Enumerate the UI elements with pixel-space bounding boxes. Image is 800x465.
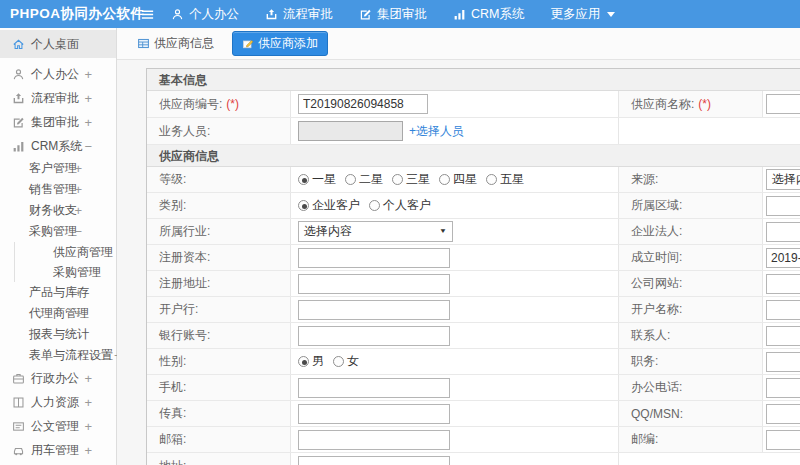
radio-option-五星[interactable]: 五星 [486, 171, 524, 188]
empty-cell [619, 453, 800, 465]
sidebar-item-供应商管理[interactable]: 供应商管理 [14, 242, 116, 262]
sidebar-item-CRM系统[interactable]: CRM系统− [0, 134, 116, 158]
sidebar-item-用车管理[interactable]: 用车管理+ [0, 438, 116, 462]
sidebar-item-集团审批[interactable]: 集团审批+ [0, 110, 116, 134]
field-label: 地址: [159, 458, 186, 465]
sidebar-item-采购管理[interactable]: 采购管理 [14, 262, 116, 282]
text-input[interactable] [766, 326, 800, 346]
radio-unchecked-icon[interactable] [486, 174, 497, 185]
text-input[interactable] [298, 404, 450, 424]
expand-icon[interactable]: + [84, 371, 92, 386]
picker-input[interactable] [298, 121, 403, 141]
sidebar-item-label: 用车管理 [31, 442, 79, 459]
expand-icon[interactable]: + [74, 285, 82, 300]
field-cell: +选择人员 [291, 118, 619, 144]
field-wrap [766, 326, 800, 346]
text-input[interactable] [766, 222, 800, 242]
sidebar-item-流程审批[interactable]: 流程审批+ [0, 86, 116, 110]
text-input[interactable] [298, 326, 450, 346]
radio-unchecked-icon[interactable] [439, 174, 450, 185]
sidebar-item-人力资源[interactable]: 人力资源+ [0, 390, 116, 414]
form-row: 邮箱:邮编: [147, 427, 800, 453]
radio-option-企业客户[interactable]: 企业客户 [298, 197, 360, 214]
expand-icon[interactable]: + [74, 182, 82, 197]
radio-option-四星[interactable]: 四星 [439, 171, 477, 188]
tab-供应商添加[interactable]: 供应商添加 [232, 31, 328, 56]
radio-unchecked-icon[interactable] [369, 200, 380, 211]
field-wrap [766, 300, 800, 320]
field-cell [291, 323, 619, 348]
sidebar-item-行政办公[interactable]: 行政办公+ [0, 366, 116, 390]
nav-item-personal-office[interactable]: 个人办公 [171, 6, 239, 23]
empty-cell [619, 118, 800, 144]
text-input[interactable] [298, 456, 450, 465]
field-label-cell: 地址: [147, 453, 291, 465]
sidebar-item-label: 个人桌面 [31, 36, 79, 53]
field-wrap [298, 378, 450, 398]
required-marker: (*) [226, 97, 239, 111]
field-label: 邮箱: [159, 431, 186, 448]
radio-option-男[interactable]: 男 [298, 353, 324, 370]
expand-icon[interactable]: + [74, 203, 82, 218]
radio-unchecked-icon[interactable] [333, 356, 344, 367]
sidebar-item-表单与流程设置[interactable]: 表单与流程设置+ [0, 345, 116, 366]
radio-option-三星[interactable]: 三星 [392, 171, 430, 188]
sidebar-item-报表与统计[interactable]: 报表与统计 [0, 324, 116, 345]
text-input[interactable] [298, 94, 428, 114]
radio-unchecked-icon[interactable] [345, 174, 356, 185]
text-input[interactable] [766, 352, 800, 372]
nav-item-crm-system[interactable]: CRM系统 [453, 6, 524, 23]
radio-checked-icon[interactable] [298, 356, 309, 367]
collapse-icon[interactable]: − [84, 139, 92, 154]
text-input[interactable] [298, 430, 450, 450]
sidebar-item-个人桌面[interactable]: 个人桌面 [0, 30, 116, 58]
select-dropdown[interactable]: 选择内容▼ [766, 169, 800, 190]
radio-option-女[interactable]: 女 [333, 353, 359, 370]
select-dropdown[interactable]: 选择内容▼ [298, 221, 453, 242]
text-input[interactable] [298, 378, 450, 398]
sidebar-item-产品与库存[interactable]: 产品与库存+ [0, 282, 116, 303]
radio-checked-icon[interactable] [298, 200, 309, 211]
text-input[interactable] [766, 196, 800, 216]
expand-icon[interactable]: + [84, 395, 92, 410]
radio-option-个人客户[interactable]: 个人客户 [369, 197, 431, 214]
field-wrap: 选择内容▼ [766, 169, 800, 190]
tab-供应商信息[interactable]: 供应商信息 [131, 32, 220, 55]
text-input[interactable] [766, 430, 800, 450]
text-input[interactable] [766, 274, 800, 294]
text-input[interactable] [766, 248, 800, 268]
radio-group: 男女 [298, 353, 368, 370]
expand-icon[interactable]: + [74, 306, 82, 321]
sidebar-item-采购管理[interactable]: 采购管理− [0, 221, 116, 242]
expand-icon[interactable]: + [74, 161, 82, 176]
field-wrap [766, 196, 800, 216]
radio-checked-icon[interactable] [298, 174, 309, 185]
expand-icon[interactable]: + [84, 419, 92, 434]
sidebar-item-代理商管理[interactable]: 代理商管理+ [0, 303, 116, 324]
nav-item-process-approval[interactable]: 流程审批 [265, 6, 333, 23]
text-input[interactable] [298, 248, 450, 268]
text-input[interactable] [766, 378, 800, 398]
sidebar-item-财务收支[interactable]: 财务收支+ [0, 200, 116, 221]
text-input[interactable] [298, 274, 450, 294]
nav-item-group-approval[interactable]: 集团审批 [359, 6, 427, 23]
text-input[interactable] [766, 94, 800, 114]
nav-item-more-apps[interactable]: 更多应用 [550, 6, 615, 23]
expand-icon[interactable]: + [84, 115, 92, 130]
text-input[interactable] [766, 404, 800, 424]
collapse-icon[interactable]: − [74, 224, 82, 239]
text-input[interactable] [298, 300, 450, 320]
radio-option-一星[interactable]: 一星 [298, 171, 336, 188]
radio-option-二星[interactable]: 二星 [345, 171, 383, 188]
expand-icon[interactable]: + [84, 443, 92, 458]
sidebar-item-个人办公[interactable]: 个人办公+ [0, 62, 116, 86]
expand-icon[interactable]: + [84, 91, 92, 106]
sidebar-item-销售管理[interactable]: 销售管理+ [0, 179, 116, 200]
sidebar-item-客户管理[interactable]: 客户管理+ [0, 158, 116, 179]
select-person-link[interactable]: +选择人员 [409, 123, 464, 140]
expand-icon[interactable]: + [84, 67, 92, 82]
radio-unchecked-icon[interactable] [392, 174, 403, 185]
sidebar-item-公文管理[interactable]: 公文管理+ [0, 414, 116, 438]
menu-toggle-button[interactable] [140, 7, 155, 22]
text-input[interactable] [766, 300, 800, 320]
